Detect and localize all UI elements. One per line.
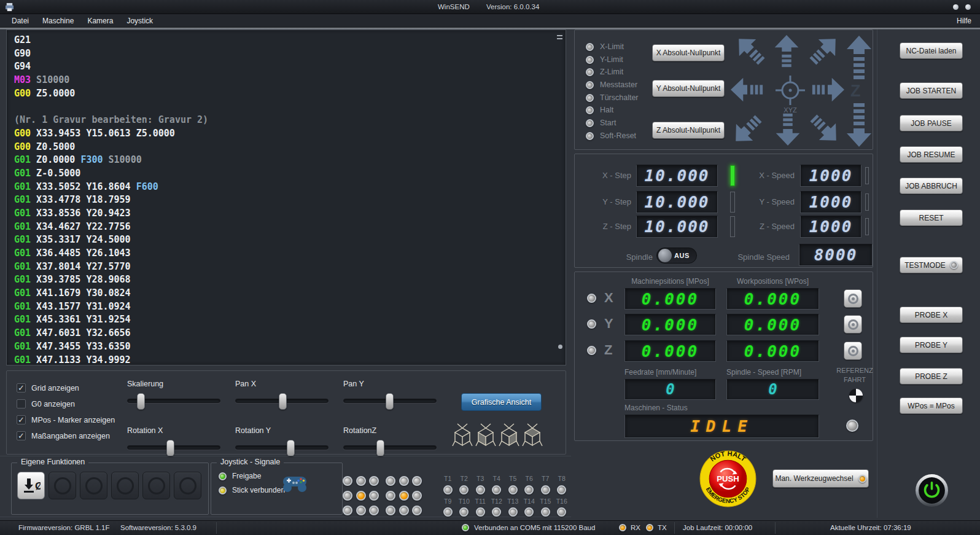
jog-home-xyz-button[interactable]: XYZ bbox=[774, 74, 806, 115]
button-label: WPos = MPos bbox=[908, 402, 954, 410]
gcode-line: M03 S10000 bbox=[14, 74, 553, 87]
menu-item-kamera[interactable]: Kamera bbox=[82, 15, 119, 27]
probe-x-button[interactable]: PROBE X bbox=[900, 307, 963, 323]
slider-thumb[interactable] bbox=[166, 440, 174, 456]
app-icon bbox=[5, 2, 14, 14]
custom-function-button-1[interactable]: Ø bbox=[17, 472, 45, 499]
custom-function-button-2[interactable] bbox=[49, 472, 76, 499]
scrollbar-handle-bottom[interactable] bbox=[558, 345, 562, 349]
gcode-token: X33.5052 Y16.8604 bbox=[31, 181, 136, 192]
slider-track[interactable] bbox=[127, 399, 220, 403]
jog-right-button[interactable] bbox=[810, 77, 844, 102]
view-cube-2[interactable] bbox=[475, 423, 496, 451]
gcode-token: G00 bbox=[14, 88, 31, 99]
checkbox-2[interactable] bbox=[17, 399, 26, 408]
power-button[interactable] bbox=[915, 474, 949, 510]
probe-y-button[interactable]: PROBE Y bbox=[900, 337, 963, 353]
custom-function-button-3[interactable] bbox=[80, 472, 107, 499]
pause-button[interactable]: JOB PAUSE bbox=[900, 115, 963, 131]
slider-thumb[interactable] bbox=[137, 393, 145, 410]
joystick-grid-led bbox=[369, 476, 379, 486]
checkbox-row: ✓Maßangaben anzeigen bbox=[17, 431, 110, 441]
manual-tool-change-button[interactable]: Man. Werkzeugwechsel bbox=[772, 469, 869, 488]
speed-display[interactable]: 1000 bbox=[800, 216, 861, 238]
gcode-line: G01 X43.1577 Y31.0924 bbox=[14, 300, 553, 314]
slider-thumb[interactable] bbox=[386, 393, 394, 410]
slider-thumb[interactable] bbox=[287, 440, 295, 456]
checkbox-4[interactable]: ✓ bbox=[17, 431, 26, 440]
x-absolut-nullpunkt-button[interactable]: X Absolut-Nullpunkt bbox=[652, 44, 725, 61]
slider-track[interactable] bbox=[235, 399, 329, 403]
tool-zero-icon: Ø bbox=[22, 477, 41, 495]
speed-display[interactable]: 1000 bbox=[800, 165, 861, 187]
probe-z-button[interactable]: PROBE Z bbox=[900, 368, 963, 385]
checkbox-1[interactable]: ✓ bbox=[17, 383, 26, 392]
slider-track[interactable] bbox=[127, 445, 220, 450]
zero-z-button[interactable] bbox=[844, 342, 862, 360]
custom-function-button-6[interactable] bbox=[174, 472, 201, 499]
step-display[interactable]: 10.000 bbox=[636, 165, 718, 187]
jog-left-button[interactable] bbox=[731, 77, 765, 102]
spindle-toggle[interactable]: AUS bbox=[656, 248, 697, 264]
view-cube-1[interactable] bbox=[452, 423, 473, 451]
custom-function-button-4[interactable] bbox=[111, 472, 139, 499]
load-button[interactable]: NC-Datei laden bbox=[900, 42, 963, 59]
speed-display[interactable]: 1000 bbox=[800, 191, 861, 213]
z-absolut-nullpunkt-button[interactable]: Z Absolut-Nullpunkt bbox=[652, 122, 725, 139]
jog-up-left-button[interactable] bbox=[730, 30, 772, 72]
t-label-t5: T5 bbox=[509, 475, 516, 482]
wpos-mpos-button[interactable]: WPos = MPos bbox=[900, 397, 963, 414]
jog-up-button[interactable] bbox=[774, 35, 799, 69]
reset-button[interactable]: RESET bbox=[900, 209, 963, 226]
view-cube-3[interactable] bbox=[499, 423, 519, 451]
y-absolut-nullpunkt-button[interactable]: Y Absolut-Nullpunkt bbox=[652, 80, 725, 97]
window-button-2[interactable] bbox=[965, 4, 971, 10]
jog-z-down-button[interactable] bbox=[847, 100, 871, 147]
reference-run-button[interactable] bbox=[849, 389, 863, 402]
menu-item-joystick[interactable]: Joystick bbox=[121, 15, 158, 27]
menu-item-datei[interactable]: Datei bbox=[6, 15, 34, 27]
jog-up-right-button[interactable] bbox=[803, 30, 844, 72]
divider bbox=[216, 522, 217, 534]
abort-button[interactable]: JOB ABBRUCH bbox=[900, 178, 963, 194]
gcode-token: G01 bbox=[14, 208, 31, 219]
jog-z-up-button[interactable] bbox=[847, 36, 871, 82]
step-display[interactable]: 10.000 bbox=[636, 191, 718, 213]
resume-button[interactable]: JOB RESUME bbox=[900, 146, 963, 163]
wpos-value: 0.000 bbox=[744, 290, 801, 308]
jog-down-left-button[interactable] bbox=[727, 108, 769, 150]
joystick-grid-led bbox=[369, 506, 379, 515]
tool-signal-panel: T1T2T3T4T5T6T7T8T9T10T11T12T13T14T15T16 bbox=[440, 474, 570, 519]
slider-track[interactable] bbox=[235, 445, 329, 450]
view-cube-4[interactable] bbox=[522, 423, 543, 451]
graphic-view-button[interactable]: Grafische Ansicht bbox=[461, 393, 542, 411]
zero-y-button[interactable] bbox=[844, 315, 862, 334]
gcode-viewer[interactable]: G21G90G94M03 S10000G00 Z5.0000 (Nr. 1 Gr… bbox=[6, 29, 566, 365]
job-runtime: Job Laufzeit: 00:00:00 bbox=[683, 524, 752, 531]
menu-item-maschine[interactable]: Maschine bbox=[37, 15, 79, 27]
joystick-grid-led bbox=[412, 491, 422, 501]
slider-track[interactable] bbox=[343, 399, 437, 403]
testmode-button[interactable]: TESTMODE bbox=[900, 257, 963, 273]
step-display[interactable]: 10.000 bbox=[636, 216, 718, 238]
scrollbar-handle-top[interactable] bbox=[557, 35, 562, 41]
slider-thumb[interactable] bbox=[279, 393, 287, 410]
checkbox-3[interactable]: ✓ bbox=[17, 415, 26, 424]
t-led bbox=[476, 485, 485, 494]
speed-indicator bbox=[865, 167, 869, 184]
speed-value: 1000 bbox=[809, 166, 853, 185]
slider-track[interactable] bbox=[343, 445, 437, 450]
gcode-token: S10000 bbox=[103, 154, 142, 165]
emergency-stop-button[interactable]: NOT HALT EMERGENCY STOP PUSH bbox=[698, 449, 758, 511]
custom-function-button-5[interactable] bbox=[142, 472, 170, 499]
jog-down-right-button[interactable] bbox=[803, 107, 845, 149]
io-led-label: Z-Limit bbox=[600, 68, 623, 76]
window-button-1[interactable] bbox=[953, 4, 959, 10]
jog-down-button[interactable] bbox=[776, 111, 800, 146]
zero-x-button[interactable] bbox=[844, 289, 862, 308]
joystick-grid-led bbox=[343, 506, 352, 515]
step-indicator bbox=[730, 192, 735, 213]
slider-thumb[interactable] bbox=[376, 440, 384, 456]
menu-item-hilfe[interactable]: Hilfe bbox=[957, 17, 971, 25]
start-button[interactable]: JOB STARTEN bbox=[900, 82, 963, 99]
